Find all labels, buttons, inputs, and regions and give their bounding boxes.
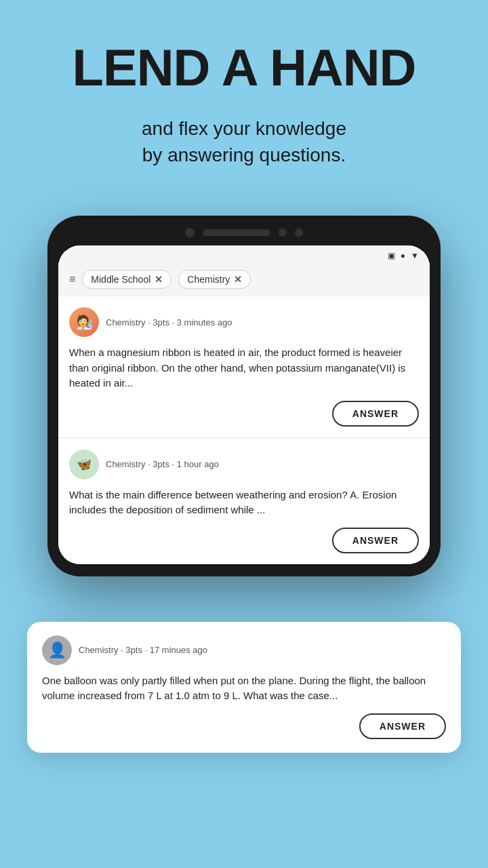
question-text-1: When a magnesium ribbon is heated in air…	[69, 345, 419, 391]
floating-question-card-2: 👤 Chemistry · 3pts · 17 minues ago One b…	[27, 622, 461, 753]
hero-subtitle: and flex your knowledge by answering que…	[27, 115, 461, 168]
question-card-3-partial: 🦋 Chemistry · 3pts · 1 hour ago What is …	[58, 439, 430, 564]
phone-dot1	[279, 229, 287, 237]
meta-text-1: Chemistry · 3pts · 3 minutes ago	[106, 317, 232, 328]
status-bar: ▣ ● ▼	[58, 245, 430, 263]
hero-subtitle-line2: by answering questions.	[142, 144, 346, 165]
hero-subtitle-line1: and flex your knowledge	[142, 118, 346, 139]
chip-middle-school[interactable]: Middle School ✕	[82, 270, 171, 289]
status-icon-3: ▼	[411, 251, 419, 260]
question-card-1: 🧑‍🔬 Chemistry · 3pts · 3 minutes ago Whe…	[58, 296, 430, 438]
avatar-img-3: 🦋	[69, 450, 99, 479]
avatar-2: 👤	[42, 635, 72, 665]
avatar-img-1: 🧑‍🔬	[69, 307, 99, 337]
filter-bar: ≡ Middle School ✕ Chemistry ✕	[58, 263, 430, 296]
answer-button-2[interactable]: ANSWER	[359, 713, 446, 739]
phone-speaker	[203, 229, 270, 236]
phone-frame: ▣ ● ▼ ≡ Middle School ✕ Chemistry ✕	[47, 216, 441, 576]
hero-section: LEND A HAND and flex your knowledge by a…	[0, 0, 488, 216]
chip-chemistry-label: Chemistry	[187, 274, 230, 285]
chip-chemistry[interactable]: Chemistry ✕	[178, 270, 251, 289]
question-meta-3: 🦋 Chemistry · 3pts · 1 hour ago	[69, 450, 419, 479]
avatar-img-2: 👤	[42, 635, 72, 665]
question-meta-1: 🧑‍🔬 Chemistry · 3pts · 3 minutes ago	[69, 307, 419, 337]
chip-middle-school-close[interactable]: ✕	[155, 274, 163, 285]
status-icon-2: ●	[401, 251, 405, 260]
status-icon-1: ▣	[388, 251, 395, 260]
question-text-3: What is the main difference between weat…	[69, 488, 419, 518]
avatar-1: 🧑‍🔬	[69, 307, 99, 337]
phone-camera	[185, 228, 195, 237]
meta-text-2: Chemistry · 3pts · 17 minues ago	[79, 645, 207, 655]
phone-mockup: ▣ ● ▼ ≡ Middle School ✕ Chemistry ✕	[47, 216, 441, 576]
hero-title: LEND A HAND	[27, 41, 461, 95]
phone-screen: ▣ ● ▼ ≡ Middle School ✕ Chemistry ✕	[58, 245, 430, 564]
chip-middle-school-label: Middle School	[91, 274, 150, 285]
chip-chemistry-close[interactable]: ✕	[234, 274, 242, 285]
answer-button-3[interactable]: ANSWER	[332, 528, 419, 553]
question-text-2: One balloon was only partly filled when …	[42, 673, 446, 704]
filter-icon[interactable]: ≡	[69, 273, 75, 285]
meta-text-3: Chemistry · 3pts · 1 hour ago	[106, 459, 219, 469]
phone-dot2	[295, 229, 303, 237]
answer-button-1[interactable]: ANSWER	[332, 401, 419, 427]
avatar-3: 🦋	[69, 450, 99, 479]
phone-top-bar	[58, 228, 430, 245]
question-meta-2: 👤 Chemistry · 3pts · 17 minues ago	[42, 635, 446, 665]
